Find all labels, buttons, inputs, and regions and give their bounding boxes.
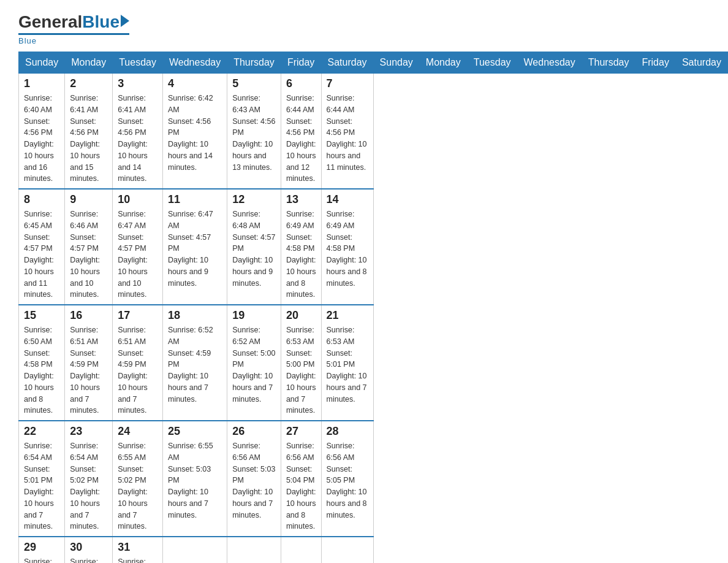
day-info: Sunrise: 6:45 AMSunset: 4:57 PMDaylight:… xyxy=(24,209,59,301)
day-cell: 21 Sunrise: 6:53 AMSunset: 5:01 PMDaylig… xyxy=(321,305,373,421)
day-cell: 16 Sunrise: 6:51 AMSunset: 4:59 PMDaylig… xyxy=(65,305,113,421)
day-cell xyxy=(227,537,281,563)
day-number: 23 xyxy=(70,425,107,438)
day-number: 16 xyxy=(70,309,107,322)
logo-triangle-icon xyxy=(121,15,129,27)
day-number: 31 xyxy=(118,541,157,554)
day-number: 19 xyxy=(232,309,276,322)
col-header-thursday: Thursday xyxy=(582,52,635,74)
day-number: 10 xyxy=(118,193,157,206)
col-header-sunday: Sunday xyxy=(19,52,65,74)
day-info: Sunrise: 6:41 AMSunset: 4:56 PMDaylight:… xyxy=(118,93,157,185)
day-cell: 4 Sunrise: 6:42 AMSunset: 4:56 PMDayligh… xyxy=(162,74,227,190)
col-header-monday: Monday xyxy=(419,52,467,74)
day-cell: 30 Sunrise: 6:57 AMSunset: 5:06 PMDaylig… xyxy=(65,537,113,563)
day-cell: 29 Sunrise: 6:57 AMSunset: 5:05 PMDaylig… xyxy=(19,537,65,563)
day-info: Sunrise: 6:53 AMSunset: 5:00 PMDaylight:… xyxy=(286,324,316,416)
day-info: Sunrise: 6:56 AMSunset: 5:03 PMDaylight:… xyxy=(232,440,276,521)
day-info: Sunrise: 6:40 AMSunset: 4:56 PMDaylight:… xyxy=(24,93,59,185)
day-number: 27 xyxy=(286,425,316,438)
day-cell: 5 Sunrise: 6:43 AMSunset: 4:56 PMDayligh… xyxy=(227,74,281,190)
day-number: 26 xyxy=(232,425,276,438)
day-info: Sunrise: 6:44 AMSunset: 4:56 PMDaylight:… xyxy=(286,93,316,185)
day-number: 25 xyxy=(168,425,222,438)
day-number: 6 xyxy=(286,77,316,90)
day-info: Sunrise: 6:55 AMSunset: 5:02 PMDaylight:… xyxy=(118,440,157,532)
day-info: Sunrise: 6:42 AMSunset: 4:56 PMDaylight:… xyxy=(168,93,222,173)
day-info: Sunrise: 6:46 AMSunset: 4:57 PMDaylight:… xyxy=(70,209,107,301)
day-cell: 22 Sunrise: 6:54 AMSunset: 5:01 PMDaylig… xyxy=(19,421,65,537)
day-cell: 11 Sunrise: 6:47 AMSunset: 4:57 PMDaylig… xyxy=(162,189,227,305)
day-number: 28 xyxy=(327,425,368,438)
day-number: 8 xyxy=(24,193,59,206)
day-cell: 9 Sunrise: 6:46 AMSunset: 4:57 PMDayligh… xyxy=(65,189,113,305)
col-header-saturday: Saturday xyxy=(321,52,373,74)
week-row-5: 29 Sunrise: 6:57 AMSunset: 5:05 PMDaylig… xyxy=(19,537,728,563)
day-cell xyxy=(162,537,227,563)
col-header-thursday: Thursday xyxy=(227,52,281,74)
day-info: Sunrise: 6:54 AMSunset: 5:02 PMDaylight:… xyxy=(70,440,107,532)
day-cell: 19 Sunrise: 6:52 AMSunset: 5:00 PMDaylig… xyxy=(227,305,281,421)
day-cell: 27 Sunrise: 6:56 AMSunset: 5:04 PMDaylig… xyxy=(281,421,321,537)
col-header-monday: Monday xyxy=(65,52,113,74)
week-row-2: 8 Sunrise: 6:45 AMSunset: 4:57 PMDayligh… xyxy=(19,189,728,305)
day-number: 13 xyxy=(286,193,316,206)
day-cell xyxy=(281,537,321,563)
day-info: Sunrise: 6:44 AMSunset: 4:56 PMDaylight:… xyxy=(327,93,368,173)
day-number: 24 xyxy=(118,425,157,438)
day-cell: 26 Sunrise: 6:56 AMSunset: 5:03 PMDaylig… xyxy=(227,421,281,537)
logo-text: General Blue xyxy=(18,12,129,32)
day-cell: 3 Sunrise: 6:41 AMSunset: 4:56 PMDayligh… xyxy=(113,74,163,190)
day-cell: 14 Sunrise: 6:49 AMSunset: 4:58 PMDaylig… xyxy=(321,189,373,305)
calendar-table: SundayMondayTuesdayWednesdayThursdayFrid… xyxy=(18,52,728,563)
day-info: Sunrise: 6:55 AMSunset: 5:03 PMDaylight:… xyxy=(168,440,222,521)
day-info: Sunrise: 6:47 AMSunset: 4:57 PMDaylight:… xyxy=(118,209,157,301)
logo-blue-part: Blue xyxy=(82,12,129,32)
day-number: 5 xyxy=(232,77,276,90)
col-header-friday: Friday xyxy=(281,52,321,74)
day-number: 15 xyxy=(24,309,59,322)
day-number: 29 xyxy=(24,541,59,554)
day-info: Sunrise: 6:41 AMSunset: 4:56 PMDaylight:… xyxy=(70,93,107,185)
day-number: 21 xyxy=(327,309,368,322)
day-info: Sunrise: 6:57 AMSunset: 5:07 PMDaylight:… xyxy=(118,556,157,563)
col-header-sunday: Sunday xyxy=(373,52,419,74)
day-info: Sunrise: 6:51 AMSunset: 4:59 PMDaylight:… xyxy=(118,324,157,416)
day-number: 12 xyxy=(232,193,276,206)
day-info: Sunrise: 6:49 AMSunset: 4:58 PMDaylight:… xyxy=(286,209,316,301)
day-info: Sunrise: 6:53 AMSunset: 5:01 PMDaylight:… xyxy=(327,324,368,405)
day-info: Sunrise: 6:50 AMSunset: 4:58 PMDaylight:… xyxy=(24,324,59,416)
day-number: 22 xyxy=(24,425,59,438)
day-number: 9 xyxy=(70,193,107,206)
logo: General Blue Blue xyxy=(18,12,129,45)
day-cell: 20 Sunrise: 6:53 AMSunset: 5:00 PMDaylig… xyxy=(281,305,321,421)
day-cell: 24 Sunrise: 6:55 AMSunset: 5:02 PMDaylig… xyxy=(113,421,163,537)
day-cell: 12 Sunrise: 6:48 AMSunset: 4:57 PMDaylig… xyxy=(227,189,281,305)
day-info: Sunrise: 6:48 AMSunset: 4:57 PMDaylight:… xyxy=(232,209,276,289)
day-info: Sunrise: 6:51 AMSunset: 4:59 PMDaylight:… xyxy=(70,324,107,416)
week-row-4: 22 Sunrise: 6:54 AMSunset: 5:01 PMDaylig… xyxy=(19,421,728,537)
day-info: Sunrise: 6:43 AMSunset: 4:56 PMDaylight:… xyxy=(232,93,276,173)
day-info: Sunrise: 6:56 AMSunset: 5:04 PMDaylight:… xyxy=(286,440,316,532)
col-header-wednesday: Wednesday xyxy=(517,52,582,74)
day-number: 11 xyxy=(168,193,222,206)
day-number: 14 xyxy=(327,193,368,206)
day-number: 17 xyxy=(118,309,157,322)
day-cell: 18 Sunrise: 6:52 AMSunset: 4:59 PMDaylig… xyxy=(162,305,227,421)
day-number: 18 xyxy=(168,309,222,322)
day-cell: 2 Sunrise: 6:41 AMSunset: 4:56 PMDayligh… xyxy=(65,74,113,190)
page-header: General Blue Blue xyxy=(18,12,710,45)
day-cell: 28 Sunrise: 6:56 AMSunset: 5:05 PMDaylig… xyxy=(321,421,373,537)
day-info: Sunrise: 6:47 AMSunset: 4:57 PMDaylight:… xyxy=(168,209,222,289)
logo-blue: Blue xyxy=(82,12,119,32)
day-cell: 8 Sunrise: 6:45 AMSunset: 4:57 PMDayligh… xyxy=(19,189,65,305)
logo-underline: Blue xyxy=(18,36,37,45)
col-header-friday: Friday xyxy=(635,52,675,74)
day-cell: 7 Sunrise: 6:44 AMSunset: 4:56 PMDayligh… xyxy=(321,74,373,190)
day-number: 1 xyxy=(24,77,59,90)
col-header-tuesday: Tuesday xyxy=(113,52,163,74)
day-cell: 1 Sunrise: 6:40 AMSunset: 4:56 PMDayligh… xyxy=(19,74,65,190)
day-cell: 13 Sunrise: 6:49 AMSunset: 4:58 PMDaylig… xyxy=(281,189,321,305)
header-row: SundayMondayTuesdayWednesdayThursdayFrid… xyxy=(19,52,728,74)
logo-general: General xyxy=(18,12,82,32)
